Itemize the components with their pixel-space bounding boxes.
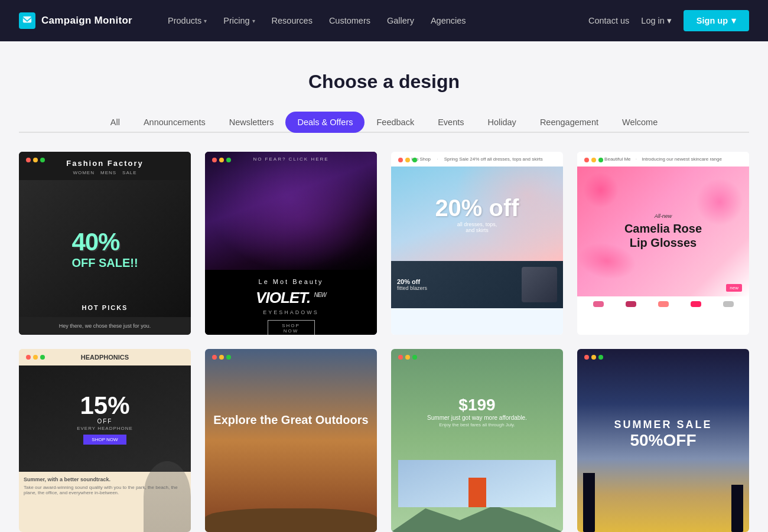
violet-photo: NO FEAR? CLICK HERE: [205, 152, 377, 270]
spring-blazers: 20% off fitted blazers: [391, 261, 563, 308]
head-hero: 15% OFF EVERY HEADPHONE SHOP NOW: [19, 365, 191, 472]
travel-headline: Explore the Great Outdoors: [213, 412, 368, 427]
violet-sub: EYESHADOWS: [205, 309, 377, 315]
dot-green: [412, 355, 417, 360]
dot-red: [26, 355, 31, 360]
filter-tabs: All Announcements Newsletters Deals & Of…: [19, 112, 749, 133]
fashion-discount: 40%: [71, 228, 138, 256]
card-dots-rose: [584, 158, 603, 162]
travel-hero: Explore the Great Outdoors: [205, 376, 377, 464]
nav-link-pricing[interactable]: Pricing ▾: [216, 11, 262, 30]
tab-all[interactable]: All: [99, 112, 132, 133]
dot-yellow: [33, 158, 38, 162]
template-card-bula[interactable]: BulaAir $199 Summer just got way more af…: [391, 349, 563, 532]
fashion-off-text: OFF SALE!!: [71, 256, 138, 270]
main-content: Choose a design All Announcements Newsle…: [0, 41, 768, 532]
fashion-nav-women: WOMEN: [73, 170, 95, 175]
violet-brand: Le Mot Beauty: [205, 273, 377, 286]
pricing-chevron-icon: ▾: [252, 18, 255, 24]
template-card-fashion[interactable]: Fashion Factory WOMEN MENS SALE 40% OFF …: [19, 152, 191, 335]
template-grid: Fashion Factory WOMEN MENS SALE 40% OFF …: [19, 152, 749, 532]
dot-green: [226, 158, 231, 162]
rose-footer: [577, 296, 749, 312]
swatch-light: [658, 301, 669, 307]
dot-green: [226, 355, 231, 360]
signup-button[interactable]: Sign up ▾: [684, 10, 749, 31]
head-brand: HEADPHONICS: [24, 354, 186, 361]
tab-holiday[interactable]: Holiday: [476, 112, 528, 133]
dot-yellow: [405, 158, 410, 162]
template-card-headphones[interactable]: HEADPHONICS 15% OFF EVERY HEADPHONE SHOP…: [19, 349, 191, 532]
dot-green: [412, 158, 417, 162]
spring-sub1: all dresses, tops,: [435, 221, 519, 227]
tab-newsletters[interactable]: Newsletters: [217, 112, 286, 133]
dot-yellow: [405, 355, 410, 360]
rose-brand: Beautiful Me: [604, 156, 630, 162]
nav-link-resources[interactable]: Resources: [265, 11, 320, 30]
navigation: Campaign Monitor Products ▾ Pricing ▾ Re…: [0, 0, 768, 41]
nav-link-products[interactable]: Products ▾: [161, 11, 214, 30]
nav-links: Products ▾ Pricing ▾ Resources Customers…: [161, 11, 588, 30]
nav-link-gallery[interactable]: Gallery: [380, 11, 421, 30]
template-card-rose[interactable]: Beautiful Me · Introducing our newest sk…: [577, 152, 749, 335]
template-card-violet[interactable]: NO FEAR? CLICK HERE Le Mot Beauty VIOLET…: [205, 152, 377, 335]
card-image-rose: Beautiful Me · Introducing our newest sk…: [577, 152, 749, 335]
spring-blazers-percent: 20% off: [397, 278, 522, 285]
card-dots-bula: [398, 355, 417, 360]
spring-header-sep: ·: [437, 156, 438, 162]
bula-price: $199: [427, 396, 527, 414]
logo[interactable]: Campaign Monitor: [19, 12, 132, 29]
tab-deals[interactable]: Deals & Offers: [285, 112, 365, 133]
swatch-silver: [723, 301, 734, 307]
rose-hero: All-new Camelia Rose Lip Glosses new: [577, 167, 749, 296]
template-card-summer[interactable]: Summer sale – 50%OFF No images? Click he…: [577, 349, 749, 532]
template-card-spring[interactable]: Hip Shop · Spring Sale 24% off all dress…: [391, 152, 563, 335]
dot-yellow: [219, 158, 224, 162]
tab-welcome[interactable]: Welcome: [610, 112, 669, 133]
dot-yellow: [591, 158, 596, 162]
card-dots-spring: [398, 158, 417, 162]
dot-green: [40, 158, 45, 162]
dot-red: [398, 355, 403, 360]
spring-sub2: and skirts: [435, 227, 519, 233]
tab-reengagement[interactable]: Reengagement: [528, 112, 610, 133]
card-dots-summer: [584, 355, 603, 360]
card-image-bula: BulaAir $199 Summer just got way more af…: [391, 349, 563, 532]
bula-hero: $199 Summer just got way more affordable…: [391, 370, 563, 453]
tab-events[interactable]: Events: [426, 112, 476, 133]
dot-yellow: [33, 355, 38, 360]
card-dots: [26, 158, 45, 162]
spring-percent: 20% off: [435, 195, 519, 221]
fashion-footer: Hey there, we chose these just for you.: [19, 317, 191, 335]
card-image-violet: NO FEAR? CLICK HERE Le Mot Beauty VIOLET…: [205, 152, 377, 335]
card-dots-travel: [212, 355, 231, 360]
swatch-pink: [593, 301, 604, 307]
violet-new-badge: NEW: [314, 292, 326, 298]
spring-hero: 20% off all dresses, tops, and skirts: [391, 167, 563, 261]
logo-text: Campaign Monitor: [41, 15, 132, 27]
products-chevron-icon: ▾: [204, 18, 207, 24]
dot-red: [212, 158, 217, 162]
nav-link-customers[interactable]: Customers: [322, 11, 378, 30]
contact-link[interactable]: Contact us: [588, 16, 629, 25]
card-image-spring: Hip Shop · Spring Sale 24% off all dress…: [391, 152, 563, 335]
tab-announcements[interactable]: Announcements: [132, 112, 217, 133]
tab-feedback[interactable]: Feedback: [365, 112, 426, 133]
dot-red: [584, 355, 589, 360]
card-dots-violet: [212, 158, 231, 162]
nav-link-agencies[interactable]: Agencies: [424, 11, 473, 30]
dot-red: [26, 158, 31, 162]
violet-cta[interactable]: SHOP NOW: [268, 320, 315, 335]
card-image-fashion: Fashion Factory WOMEN MENS SALE 40% OFF …: [19, 152, 191, 335]
fashion-hero: 40% OFF SALE!! HOT PICKS: [19, 180, 191, 317]
spring-promo-preview: Spring Sale 24% off all dresses, tops an…: [444, 156, 543, 162]
rose-new-badge: new: [726, 284, 742, 292]
violet-product: VIOLET. NEW: [205, 286, 377, 309]
card-dots-headphones: [26, 355, 45, 360]
fashion-hot-picks: HOT PICKS: [82, 304, 128, 311]
rose-intro: All-new: [622, 213, 705, 219]
login-link[interactable]: Log in ▾: [641, 16, 672, 25]
summer-discount: 50%OFF: [614, 431, 712, 450]
head-shop-btn[interactable]: SHOP NOW: [83, 435, 126, 445]
template-card-travel[interactable]: Travel co. OFFERS WHAT'S NEW FOR TWO Exp…: [205, 349, 377, 532]
